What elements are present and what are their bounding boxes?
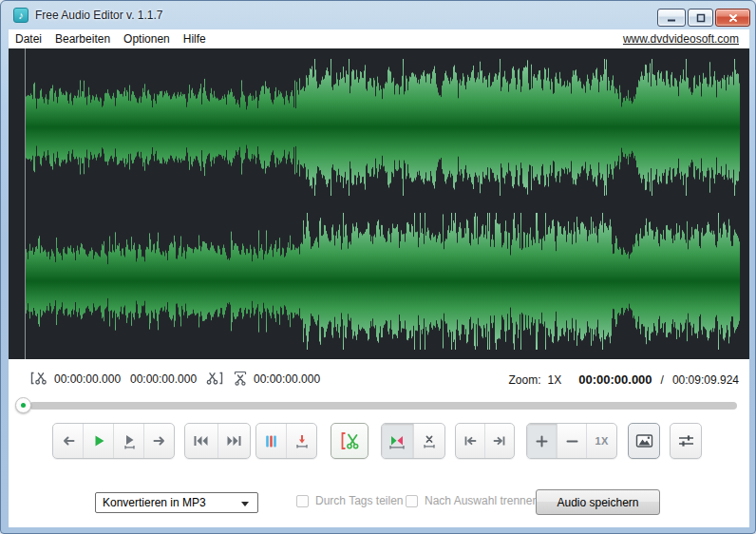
skip-to-end-button[interactable] xyxy=(218,424,251,458)
drop-marker-icon xyxy=(294,433,310,449)
play-selection-icon xyxy=(122,433,137,449)
app-window: ♪ Free Audio Editor v. 1.1.7 Datei Bearb… xyxy=(0,0,756,534)
cut-button[interactable] xyxy=(331,423,369,459)
select-range-button[interactable] xyxy=(382,424,414,458)
drop-marker-button[interactable] xyxy=(287,424,316,458)
pause-marker-group xyxy=(255,423,317,459)
output-format-select[interactable]: Konvertieren in MP3 xyxy=(95,492,258,513)
chevron-down-icon xyxy=(241,502,249,506)
selection-end-time: 00:00:00.000 xyxy=(130,372,197,386)
selection-length-time: 00:00:00.000 xyxy=(254,372,320,386)
step-back-button[interactable] xyxy=(53,424,84,458)
split-by-tags-checkbox[interactable] xyxy=(296,495,309,507)
window-title: Free Audio Editor v. 1.1.7 xyxy=(35,1,163,29)
cut-scissors-icon xyxy=(339,431,360,450)
skip-group xyxy=(184,423,251,459)
skip-start-icon xyxy=(193,434,209,448)
goto-selection-start-button[interactable] xyxy=(456,424,485,458)
arrow-left-icon xyxy=(61,433,76,448)
clear-selection-button[interactable] xyxy=(414,424,445,458)
plus-icon xyxy=(535,434,549,448)
transport-group xyxy=(52,423,175,459)
selection-start-scissors-icon xyxy=(29,371,48,386)
zoom-value: 1X xyxy=(548,373,562,387)
selection-start-time: 00:00:00.000 xyxy=(54,372,121,386)
zoom-group: 1X xyxy=(526,423,617,459)
zoom-label: Zoom: xyxy=(509,373,541,387)
selection-length-scissors-icon xyxy=(233,371,248,386)
play-selection-button[interactable] xyxy=(114,424,144,458)
zoom-reset-button[interactable]: 1X xyxy=(587,424,616,458)
close-icon xyxy=(727,11,740,25)
goto-selection-end-button[interactable] xyxy=(485,424,514,458)
seek-slider-track[interactable] xyxy=(29,402,737,410)
selection-end-scissors-icon xyxy=(205,371,224,386)
playhead-cursor xyxy=(25,48,26,359)
minimize-button[interactable] xyxy=(657,9,686,27)
split-by-selection-label: Nach Auswahl trennen xyxy=(425,494,539,507)
marker-nav-group xyxy=(455,423,515,459)
title-bar: ♪ Free Audio Editor v. 1.1.7 xyxy=(1,1,756,29)
zoom-reset-label: 1X xyxy=(595,435,608,447)
close-button[interactable] xyxy=(715,9,750,27)
maximize-button[interactable] xyxy=(688,9,713,27)
pause-button[interactable] xyxy=(256,424,287,458)
time-separator: / xyxy=(661,373,664,387)
split-by-selection-checkbox[interactable] xyxy=(406,495,418,507)
total-time: 00:09:09.924 xyxy=(672,373,739,387)
skip-end-icon xyxy=(226,434,242,448)
zoom-in-button[interactable] xyxy=(527,424,558,458)
goto-start-icon xyxy=(463,434,478,448)
goto-end-icon xyxy=(492,434,507,448)
play-button[interactable] xyxy=(84,424,114,458)
mixer-button[interactable] xyxy=(670,423,702,459)
minimize-icon xyxy=(665,11,678,25)
seek-slider-thumb[interactable] xyxy=(15,397,31,413)
output-format-value: Konvertieren in MP3 xyxy=(103,496,206,509)
website-link[interactable]: www.dvdvideosoft.com xyxy=(623,29,739,48)
minus-icon xyxy=(565,434,579,448)
menu-hilfe[interactable]: Hilfe xyxy=(177,30,213,48)
selection-triangles-icon xyxy=(388,433,406,449)
skip-to-start-button[interactable] xyxy=(185,424,218,458)
split-by-tags-label: Durch Tags teilen xyxy=(315,494,404,507)
menu-optionen[interactable]: Optionen xyxy=(117,30,177,48)
play-icon xyxy=(91,433,106,448)
waveform-display[interactable] xyxy=(9,48,749,359)
arrow-right-icon xyxy=(152,433,167,448)
menu-bar: Datei Bearbeiten Optionen Hilfe www.dvdv… xyxy=(9,29,749,48)
clear-selection-icon xyxy=(422,433,437,449)
current-time: 00:00:00.000 xyxy=(578,372,652,387)
image-icon xyxy=(635,433,653,448)
pause-bars-icon xyxy=(264,434,278,448)
waveform-panel xyxy=(9,48,749,359)
save-audio-button[interactable]: Audio speichern xyxy=(536,489,660,515)
mixer-sliders-icon xyxy=(677,433,695,448)
app-icon: ♪ xyxy=(13,8,28,23)
time-readout: Zoom: 1X 00:00:00.000 / 00:09:09.924 xyxy=(509,372,739,387)
step-forward-button[interactable] xyxy=(144,424,174,458)
menu-bearbeiten[interactable]: Bearbeiten xyxy=(48,30,117,48)
menu-datei[interactable]: Datei xyxy=(9,30,48,48)
maximize-icon xyxy=(694,11,708,25)
waveform-view-button[interactable] xyxy=(628,423,660,459)
zoom-out-button[interactable] xyxy=(558,424,588,458)
selection-group xyxy=(381,423,445,459)
status-bar: 00:00:00.000 00:00:00.000 00:00:00.000 Z… xyxy=(9,370,749,389)
